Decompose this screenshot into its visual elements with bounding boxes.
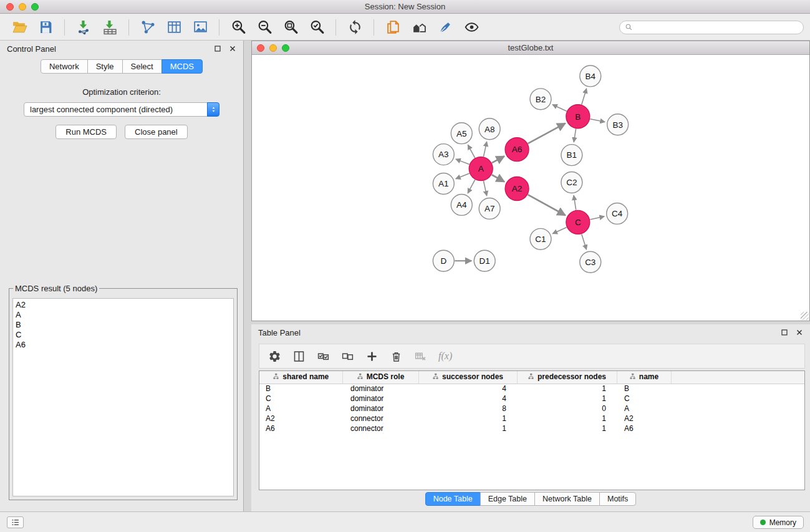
node-C4[interactable]: C4 [607, 203, 628, 224]
column-header-mcds-role[interactable]: MCDS role [342, 371, 418, 384]
table-cell[interactable]: 1 [418, 414, 517, 423]
tab-mcds[interactable]: MCDS [162, 59, 203, 74]
node-C1[interactable]: C1 [530, 228, 551, 249]
edge-A-A1[interactable] [456, 173, 470, 179]
refresh-layout-icon[interactable] [344, 18, 366, 37]
deselect-all-icon[interactable] [341, 350, 354, 363]
edge-A-A4[interactable] [468, 180, 475, 193]
table-cell[interactable]: C [259, 394, 342, 404]
maximize-view-button[interactable] [282, 44, 289, 52]
table-cell[interactable]: 4 [418, 384, 517, 394]
table-cell[interactable]: 1 [418, 423, 517, 433]
network-canvas[interactable]: B4B2BB3A8A5A6B1A3AC2A1A2A4A7C4CC1C3DD1 [252, 56, 809, 321]
minimize-window-button[interactable] [19, 3, 26, 11]
table-cell[interactable]: connector [342, 423, 418, 433]
show-hide-icon[interactable] [460, 18, 483, 37]
mcds-result-item[interactable]: B [16, 320, 231, 330]
resize-grip[interactable] [801, 312, 809, 320]
node-D[interactable]: D [433, 250, 454, 271]
table-cell[interactable]: C [617, 394, 671, 404]
table-cell[interactable]: A [617, 404, 671, 414]
node-A3[interactable]: A3 [433, 144, 454, 165]
column-header-name[interactable]: name [617, 371, 671, 384]
edge-C-C2[interactable] [574, 195, 576, 210]
mcds-result-item[interactable]: A2 [16, 300, 231, 310]
maximize-window-button[interactable] [31, 3, 39, 11]
close-panel-button[interactable]: Close panel [125, 125, 188, 139]
node-C2[interactable]: C2 [561, 172, 582, 193]
edge-A-A6[interactable] [492, 156, 504, 163]
minimize-view-button[interactable] [269, 44, 277, 52]
table-cell[interactable]: A6 [259, 423, 342, 433]
table-cell[interactable]: A [259, 404, 342, 414]
delete-row-icon[interactable] [390, 350, 403, 363]
edge-B-B4[interactable] [582, 89, 587, 105]
zoom-selected-icon[interactable] [306, 18, 328, 37]
table-cell[interactable]: connector [342, 414, 418, 423]
edge-B-B2[interactable] [552, 105, 567, 112]
zoom-fit-icon[interactable] [279, 18, 302, 37]
table-cell[interactable]: 1 [517, 423, 617, 433]
mcds-result-item[interactable]: A [16, 310, 231, 320]
table-row[interactable]: Cdominator41C [259, 394, 804, 404]
open-file-icon[interactable] [8, 18, 31, 37]
node-A7[interactable]: A7 [479, 198, 500, 219]
tab-node-table[interactable]: Node Table [425, 492, 481, 506]
add-row-icon[interactable] [365, 350, 378, 363]
table-cell[interactable]: B [259, 384, 342, 394]
gear-icon[interactable] [268, 350, 281, 363]
select-all-icon[interactable] [317, 350, 330, 363]
table-row[interactable]: Bdominator41B [259, 384, 804, 394]
mcds-result-item[interactable]: C [16, 330, 231, 340]
edge-A-A2[interactable] [492, 175, 504, 181]
node-B1[interactable]: B1 [561, 145, 582, 166]
style-icon[interactable] [434, 18, 456, 37]
edge-A-A5[interactable] [468, 145, 475, 158]
import-table-icon[interactable] [99, 18, 121, 37]
edge-C-C1[interactable] [552, 228, 567, 234]
edge-A2-C[interactable] [528, 195, 566, 215]
tab-edge-table[interactable]: Edge Table [480, 492, 535, 506]
network-table-icon[interactable] [163, 18, 185, 37]
run-mcds-button[interactable]: Run MCDS [55, 125, 117, 139]
tab-select[interactable]: Select [122, 59, 162, 74]
home-icon[interactable] [408, 18, 430, 37]
export-image-icon[interactable] [189, 18, 211, 37]
zoom-in-icon[interactable] [227, 18, 249, 37]
node-A6[interactable]: A6 [505, 138, 529, 162]
close-table-panel-icon[interactable] [796, 329, 803, 336]
edge-B-B1[interactable] [574, 128, 576, 142]
table-cell[interactable]: 1 [517, 394, 617, 404]
edge-B-B3[interactable] [590, 119, 605, 122]
node-B3[interactable]: B3 [607, 114, 629, 135]
node-A8[interactable]: A8 [479, 118, 500, 140]
edge-A-A7[interactable] [483, 181, 486, 196]
table-row[interactable]: Adominator80A [259, 404, 804, 414]
table-cell[interactable]: dominator [342, 394, 418, 404]
save-session-icon[interactable] [34, 18, 57, 37]
fx-icon[interactable]: f(x) [438, 351, 452, 362]
mcds-result-item[interactable]: A6 [16, 340, 231, 350]
zoom-out-icon[interactable] [253, 18, 276, 37]
table-row[interactable]: A2connector11A2 [259, 414, 804, 423]
table-row[interactable]: A6connector11A6 [259, 423, 804, 433]
table-cell[interactable]: 4 [418, 394, 517, 404]
tab-style[interactable]: Style [87, 59, 123, 74]
table-cell[interactable]: A2 [259, 414, 342, 423]
search-field[interactable] [619, 21, 804, 34]
criterion-dropdown[interactable]: largest connected component (directed) [24, 102, 219, 117]
mcds-result-list[interactable]: A2ABCA6 [12, 298, 234, 496]
column-header-shared-name[interactable]: shared name [259, 371, 342, 384]
float-panel-icon[interactable] [214, 45, 221, 52]
tab-network-table[interactable]: Network Table [534, 492, 600, 506]
search-input[interactable] [636, 23, 798, 32]
table-cell[interactable]: A6 [617, 423, 671, 433]
table-cell[interactable]: 0 [517, 404, 617, 414]
close-window-button[interactable] [6, 3, 14, 11]
memory-button[interactable]: Memory [753, 516, 804, 529]
edge-C-C3[interactable] [582, 234, 587, 249]
columns-icon[interactable] [292, 350, 306, 363]
tab-network[interactable]: Network [41, 59, 88, 74]
edge-A-A8[interactable] [483, 142, 486, 157]
table-cell[interactable]: B [617, 384, 671, 394]
